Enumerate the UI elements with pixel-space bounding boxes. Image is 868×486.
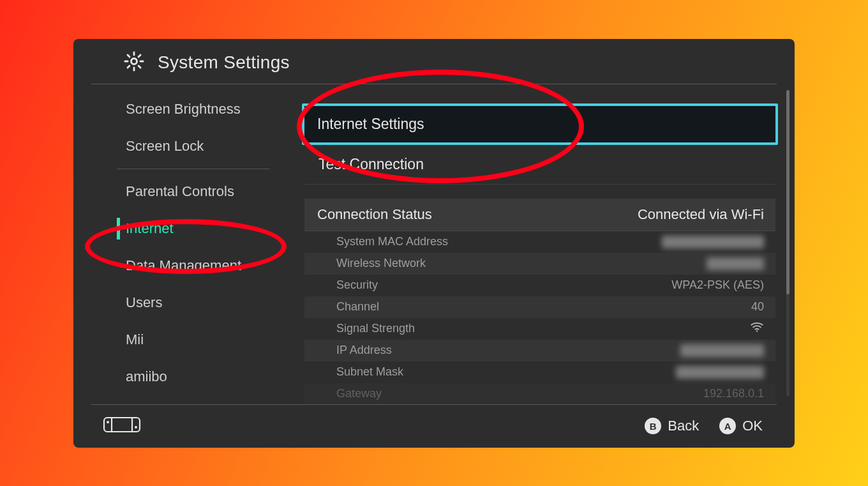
detail-value: WPA2-PSK (AES) [671, 278, 764, 292]
detail-value-redacted: XXXXX [707, 257, 764, 270]
detail-gateway: Gateway 192.168.0.1 [304, 383, 775, 405]
sidebar-item-data-management[interactable]: Data Management [73, 247, 297, 284]
page-title: System Settings [158, 52, 290, 73]
detail-wireless-network: Wireless Network XXXXX [304, 253, 775, 275]
sidebar-item-label: Screen Lock [126, 138, 204, 154]
wifi-icon [750, 321, 764, 336]
sidebar-item-label: amiibo [126, 368, 167, 384]
body: Screen Brightness Screen Lock Parental C… [73, 84, 795, 400]
svg-point-0 [131, 58, 137, 64]
b-button-icon: B [645, 418, 661, 434]
sidebar-item-label: Internet [126, 220, 174, 236]
svg-line-5 [128, 54, 130, 56]
svg-point-9 [756, 330, 758, 331]
detail-value: 40 [751, 300, 764, 314]
svg-line-8 [138, 54, 140, 56]
scrollbar[interactable] [786, 90, 789, 397]
hint-label: Back [668, 418, 699, 434]
svg-rect-10 [104, 418, 140, 432]
connection-status-header: Connection Status Connected via Wi-Fi [304, 199, 775, 231]
detail-label: Subnet Mask [336, 365, 403, 379]
sidebar-item-mii[interactable]: Mii [73, 321, 297, 358]
detail-channel: Channel 40 [304, 296, 775, 318]
hint-back[interactable]: B Back [645, 418, 699, 434]
sidebar-item-internet[interactable]: Internet [73, 210, 297, 247]
svg-line-6 [138, 66, 140, 68]
detail-value-redacted: XXX.XXX.X.X [680, 344, 764, 357]
option-label: Internet Settings [317, 116, 424, 132]
detail-label: IP Address [336, 344, 392, 357]
option-label: Test Connection [318, 156, 424, 172]
sidebar: Screen Brightness Screen Lock Parental C… [73, 84, 297, 400]
footer: B Back A OK [91, 404, 777, 448]
detail-system-mac-address: System MAC Address XX:XX:XX:XX:XX [304, 231, 775, 253]
detail-value-redacted: XXX.XXX.XXX [676, 366, 764, 379]
a-button-icon: A [719, 418, 736, 434]
connection-details: System MAC Address XX:XX:XX:XX:XX Wirele… [304, 231, 775, 405]
gear-icon [123, 50, 145, 75]
detail-label: Gateway [336, 387, 382, 400]
main-pane: Internet Settings Test Connection Connec… [297, 84, 795, 400]
detail-value: 192.168.0.1 [703, 387, 764, 400]
detail-subnet-mask: Subnet Mask XXX.XXX.XXX [304, 361, 775, 383]
sidebar-item-label: Mii [126, 331, 144, 347]
status-value: Connected via Wi-Fi [638, 206, 764, 223]
sidebar-divider [117, 169, 270, 169]
hint-ok[interactable]: A OK [719, 418, 763, 434]
detail-label: Signal Strength [336, 322, 415, 335]
header: System Settings [91, 39, 777, 84]
status-title: Connection Status [317, 206, 432, 223]
sidebar-item-label: Data Management [126, 257, 241, 273]
svg-line-7 [128, 66, 130, 68]
detail-label: Security [336, 278, 378, 292]
settings-window: System Settings Screen Brightness Screen… [73, 39, 795, 448]
sidebar-item-parental-controls[interactable]: Parental Controls [73, 173, 297, 210]
svg-point-14 [135, 426, 137, 429]
sidebar-item-label: Parental Controls [126, 183, 234, 199]
detail-label: System MAC Address [336, 235, 448, 248]
controller-icon [103, 416, 141, 436]
detail-label: Wireless Network [336, 257, 426, 270]
sidebar-item-screen-brightness[interactable]: Screen Brightness [73, 91, 297, 128]
sidebar-item-label: Users [126, 294, 162, 310]
detail-ip-address: IP Address XXX.XXX.X.X [304, 340, 775, 361]
sidebar-item-screen-lock[interactable]: Screen Lock [73, 128, 297, 165]
hint-label: OK [742, 418, 763, 434]
sidebar-item-users[interactable]: Users [73, 284, 297, 321]
detail-signal-strength: Signal Strength [304, 318, 775, 340]
option-internet-settings[interactable]: Internet Settings [302, 103, 778, 145]
option-test-connection[interactable]: Test Connection [304, 145, 775, 185]
detail-value-redacted: XX:XX:XX:XX:XX [662, 236, 764, 248]
detail-security: Security WPA2-PSK (AES) [304, 275, 775, 296]
sidebar-item-label: Screen Brightness [126, 101, 241, 117]
svg-point-13 [107, 421, 109, 423]
sidebar-item-amiibo[interactable]: amiibo [73, 358, 297, 395]
detail-label: Channel [336, 300, 379, 314]
scrollbar-thumb[interactable] [786, 90, 789, 294]
